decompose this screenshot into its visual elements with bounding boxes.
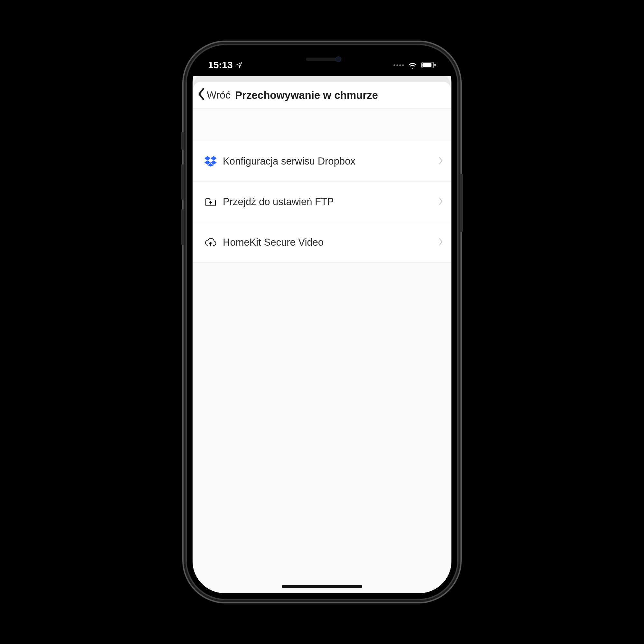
chevron-right-icon: [439, 238, 443, 247]
app-surface: Wróć Przechowywanie w chmurze: [193, 76, 451, 593]
front-camera: [336, 56, 341, 62]
speaker-grille: [306, 58, 338, 61]
section-gap: [193, 109, 451, 141]
svg-rect-1: [422, 63, 431, 67]
volume-down: [181, 209, 184, 245]
modal-sheet: Wróć Przechowywanie w chmurze: [193, 82, 451, 593]
back-label: Wróć: [207, 89, 231, 101]
power-button: [460, 174, 463, 232]
home-indicator[interactable]: [282, 585, 362, 588]
chevron-left-icon: [198, 88, 205, 102]
back-button[interactable]: Wróć: [196, 86, 232, 104]
phone-frame: 15:13: [187, 45, 457, 599]
cellular-icon: [393, 64, 404, 66]
ftp-folder-icon: [201, 197, 220, 207]
chevron-right-icon: [439, 157, 443, 166]
screen: 15:13: [193, 51, 451, 593]
row-dropbox[interactable]: Konfiguracja serwisu Dropbox: [193, 141, 451, 182]
chevron-right-icon: [439, 198, 443, 206]
row-label: Konfiguracja serwisu Dropbox: [220, 156, 439, 167]
wifi-icon: [408, 62, 417, 69]
svg-rect-2: [434, 64, 436, 66]
notch: [264, 51, 380, 68]
location-icon: [236, 60, 242, 71]
mute-switch: [181, 132, 184, 150]
page-title: Przechowywanie w chmurze: [235, 89, 378, 101]
row-label: Przejdź do ustawień FTP: [220, 196, 439, 208]
battery-icon: [421, 62, 436, 69]
dropbox-icon: [201, 156, 220, 167]
row-homekit[interactable]: HomeKit Secure Video: [193, 222, 451, 263]
cloud-upload-icon: [201, 238, 220, 247]
status-time: 15:13: [208, 60, 233, 71]
navigation-bar: Wróć Przechowywanie w chmurze: [193, 82, 451, 109]
row-label: HomeKit Secure Video: [220, 237, 439, 248]
row-ftp[interactable]: Przejdź do ustawień FTP: [193, 182, 451, 222]
content-area: Konfiguracja serwisu Dropbox: [193, 109, 451, 593]
volume-up: [181, 164, 184, 200]
